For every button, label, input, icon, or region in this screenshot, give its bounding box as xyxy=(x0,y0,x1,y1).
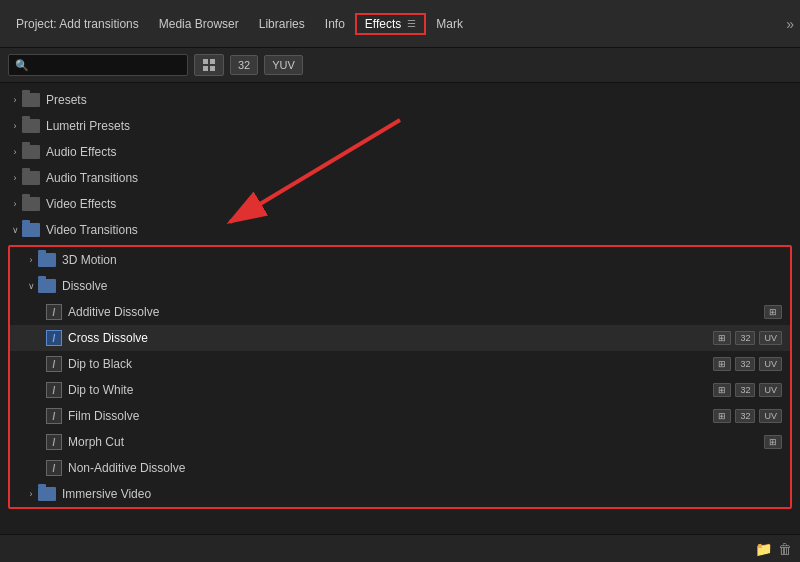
search-bar: 🔍 32 YUV xyxy=(0,48,800,83)
expand-immersive-video-icon: › xyxy=(24,489,38,499)
badge-32-dw: 32 xyxy=(735,383,755,397)
label-non-additive-dissolve: Non-Additive Dissolve xyxy=(68,461,782,475)
nav-mark[interactable]: Mark xyxy=(426,13,473,35)
folder-icon-audio-transitions xyxy=(22,171,40,185)
search-input-wrap[interactable]: 🔍 xyxy=(8,54,188,76)
badges-cross-dissolve: ⊞ 32 UV xyxy=(713,331,782,345)
expand-audio-effects-icon: › xyxy=(8,147,22,157)
badge-uv-dw: UV xyxy=(759,383,782,397)
badge-32-db: 32 xyxy=(735,357,755,371)
badge-32-fd: 32 xyxy=(735,409,755,423)
svg-rect-2 xyxy=(203,66,208,71)
fx-icon-non-additive-dissolve xyxy=(46,460,62,476)
folder-icon-lumetri xyxy=(22,119,40,133)
nav-effects[interactable]: Effects ☰ xyxy=(355,13,426,35)
badges-additive-dissolve: ⊞ xyxy=(764,305,782,319)
expand-video-transitions-icon: ∨ xyxy=(8,225,22,235)
tree-item-audio-transitions[interactable]: › Audio Transitions xyxy=(0,165,800,191)
tree-item-additive-dissolve[interactable]: Additive Dissolve ⊞ xyxy=(10,299,790,325)
expand-lumetri-icon: › xyxy=(8,121,22,131)
tree-item-presets[interactable]: › Presets xyxy=(0,87,800,113)
effects-tree: › Presets › Lumetri Presets › Audio Effe… xyxy=(0,83,800,534)
folder-icon-video-transitions xyxy=(22,223,40,237)
badge-grid-mc: ⊞ xyxy=(764,435,782,449)
folder-icon-3d-motion xyxy=(38,253,56,267)
badge-grid: ⊞ xyxy=(764,305,782,319)
label-video-transitions: Video Transitions xyxy=(46,223,792,237)
expand-video-effects-icon: › xyxy=(8,199,22,209)
search-icon: 🔍 xyxy=(15,59,29,72)
effects-label: Effects xyxy=(365,17,401,31)
folder-icon-audio-effects xyxy=(22,145,40,159)
nav-media-browser[interactable]: Media Browser xyxy=(149,13,249,35)
dissolve-section-box: › 3D Motion ∨ Dissolve Additive Dissolve… xyxy=(8,245,792,509)
folder-icon-presets xyxy=(22,93,40,107)
tree-item-cross-dissolve[interactable]: Cross Dissolve ⊞ 32 UV xyxy=(10,325,790,351)
effects-menu-icon: ☰ xyxy=(407,18,416,29)
label-video-effects: Video Effects xyxy=(46,197,792,211)
tree-item-video-effects[interactable]: › Video Effects xyxy=(0,191,800,217)
tree-item-video-transitions[interactable]: ∨ Video Transitions xyxy=(0,217,800,243)
expand-3d-motion-icon: › xyxy=(24,255,38,265)
folder-icon-video-effects xyxy=(22,197,40,211)
tree-item-non-additive-dissolve[interactable]: Non-Additive Dissolve xyxy=(10,455,790,481)
badge-grid-dw: ⊞ xyxy=(713,383,731,397)
fx-icon-additive-dissolve xyxy=(46,304,62,320)
nav-libraries[interactable]: Libraries xyxy=(249,13,315,35)
toolbar-btn-yuv[interactable]: YUV xyxy=(264,55,303,75)
badge-uv-fd: UV xyxy=(759,409,782,423)
label-dip-to-black: Dip to Black xyxy=(68,357,713,371)
expand-audio-transitions-icon: › xyxy=(8,173,22,183)
badge-grid-db: ⊞ xyxy=(713,357,731,371)
btn-yuv-label: YUV xyxy=(272,59,295,71)
tree-item-lumetri[interactable]: › Lumetri Presets xyxy=(0,113,800,139)
fx-icon-cross-dissolve xyxy=(46,330,62,346)
tree-item-morph-cut[interactable]: Morph Cut ⊞ xyxy=(10,429,790,455)
label-additive-dissolve: Additive Dissolve xyxy=(68,305,764,319)
toolbar-btn-32[interactable]: 32 xyxy=(230,55,258,75)
tree-item-dip-to-white[interactable]: Dip to White ⊞ 32 UV xyxy=(10,377,790,403)
tree-item-dip-to-black[interactable]: Dip to Black ⊞ 32 UV xyxy=(10,351,790,377)
badges-morph-cut: ⊞ xyxy=(764,435,782,449)
badge-grid-fd: ⊞ xyxy=(713,409,731,423)
label-dip-to-white: Dip to White xyxy=(68,383,713,397)
label-audio-transitions: Audio Transitions xyxy=(46,171,792,185)
fx-icon-film-dissolve xyxy=(46,408,62,424)
svg-rect-0 xyxy=(203,59,208,64)
tree-item-3d-motion[interactable]: › 3D Motion xyxy=(10,247,790,273)
nav-info[interactable]: Info xyxy=(315,13,355,35)
label-presets: Presets xyxy=(46,93,792,107)
toolbar-btn-grid[interactable] xyxy=(194,54,224,76)
search-input[interactable] xyxy=(33,58,181,72)
label-audio-effects: Audio Effects xyxy=(46,145,792,159)
badge-uv-cd: UV xyxy=(759,331,782,345)
delete-icon[interactable]: 🗑 xyxy=(778,541,792,557)
tree-item-dissolve[interactable]: ∨ Dissolve xyxy=(10,273,790,299)
badges-dip-to-black: ⊞ 32 UV xyxy=(713,357,782,371)
nav-project[interactable]: Project: Add transitions xyxy=(6,13,149,35)
badges-film-dissolve: ⊞ 32 UV xyxy=(713,409,782,423)
expand-presets-icon: › xyxy=(8,95,22,105)
nav-more-icon[interactable]: » xyxy=(786,16,794,32)
tree-item-immersive-video[interactable]: › Immersive Video xyxy=(10,481,790,507)
label-cross-dissolve: Cross Dissolve xyxy=(68,331,713,345)
badges-dip-to-white: ⊞ 32 UV xyxy=(713,383,782,397)
badge-32-cd: 32 xyxy=(735,331,755,345)
svg-rect-1 xyxy=(210,59,215,64)
label-lumetri: Lumetri Presets xyxy=(46,119,792,133)
badge-grid-cd: ⊞ xyxy=(713,331,731,345)
expand-dissolve-icon: ∨ xyxy=(24,281,38,291)
bottom-bar: 📁 🗑 xyxy=(0,534,800,562)
label-3d-motion: 3D Motion xyxy=(62,253,782,267)
label-dissolve: Dissolve xyxy=(62,279,782,293)
grid-icon xyxy=(202,58,216,72)
badge-uv-db: UV xyxy=(759,357,782,371)
folder-icon-dissolve xyxy=(38,279,56,293)
label-morph-cut: Morph Cut xyxy=(68,435,764,449)
folder-icon-immersive-video xyxy=(38,487,56,501)
fx-icon-dip-to-white xyxy=(46,382,62,398)
tree-item-film-dissolve[interactable]: Film Dissolve ⊞ 32 UV xyxy=(10,403,790,429)
tree-item-audio-effects[interactable]: › Audio Effects xyxy=(0,139,800,165)
new-folder-icon[interactable]: 📁 xyxy=(755,541,772,557)
svg-rect-3 xyxy=(210,66,215,71)
